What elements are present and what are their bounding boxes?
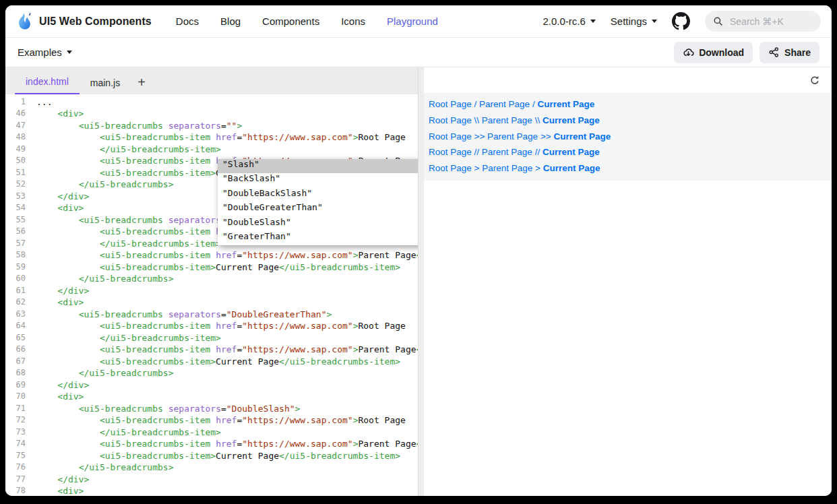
- autocomplete-option[interactable]: "DoubleBackSlash": [218, 188, 418, 202]
- share-nodes-icon: [768, 46, 780, 58]
- download-button[interactable]: Download: [674, 42, 753, 63]
- breadcrumb-link[interactable]: Parent Page: [482, 147, 532, 157]
- line-number: 75: [5, 451, 26, 463]
- breadcrumb-link[interactable]: Root Page: [429, 99, 472, 109]
- line-number: 62: [5, 297, 26, 309]
- line-number: 55: [5, 215, 26, 227]
- code-text: <ui5-breadcrumbs-item>Current Page</ui5-…: [36, 356, 400, 369]
- code-line[interactable]: 69 </div>: [5, 380, 418, 392]
- code-line[interactable]: 71 <ui5-breadcrumbs separators="DoubleSl…: [5, 404, 418, 416]
- autocomplete-option[interactable]: "DoubleGreaterThan": [218, 202, 418, 216]
- code-line[interactable]: 47 <ui5-breadcrumbs separators="">: [5, 121, 418, 133]
- breadcrumb-link[interactable]: Parent Page: [487, 131, 538, 141]
- code-line[interactable]: 65 </ui5-breadcrumbs-item>: [5, 333, 418, 345]
- chevron-down-icon: [590, 20, 596, 23]
- settings-dropdown[interactable]: Settings: [611, 15, 657, 27]
- breadcrumb-separator: //: [472, 147, 482, 157]
- code-line[interactable]: 49 </ui5-breadcrumbs-item>: [5, 144, 418, 156]
- code-text: <ui5-breadcrumbs separators="DoubleSlash…: [36, 404, 300, 416]
- autocomplete-dropdown: "Slash""BackSlash""DoubleBackSlash""Doub…: [218, 159, 418, 245]
- code-text: </ui5-breadcrumbs-item>: [36, 333, 221, 345]
- line-number: 50: [5, 156, 26, 168]
- breadcrumb-separator: >>: [472, 131, 487, 141]
- nav-docs[interactable]: Docs: [176, 15, 199, 27]
- version-dropdown[interactable]: 2.0.0-rc.6: [542, 15, 595, 27]
- nav-components[interactable]: Components: [262, 15, 319, 27]
- nav-blog[interactable]: Blog: [220, 15, 241, 27]
- code-line[interactable]: 73 </ui5-breadcrumbs-item>: [5, 427, 418, 439]
- code-line[interactable]: 46 <div>: [5, 108, 418, 121]
- code-line[interactable]: 63 <ui5-breadcrumbs separators="DoubleGr…: [5, 309, 418, 321]
- nav-playground[interactable]: Playground: [387, 15, 438, 27]
- line-number: 70: [5, 391, 26, 404]
- line-number: 51: [5, 168, 26, 180]
- line-number: 56: [5, 226, 26, 239]
- code-editor-pane: index.html main.js + 1...46 <div>47 <ui5…: [5, 67, 418, 496]
- code-line[interactable]: 59 <ui5-breadcrumbs-item>Current Page</u…: [5, 262, 418, 274]
- version-label: 2.0.0-rc.6: [542, 15, 585, 27]
- breadcrumb-row: Root Page > Parent Page > Current Page: [429, 160, 832, 177]
- breadcrumb-row: Root Page // Parent Page // Current Page: [429, 144, 832, 160]
- search-box[interactable]: [705, 11, 821, 32]
- line-number: 58: [5, 250, 26, 262]
- code-line[interactable]: 66 <ui5-breadcrumbs-item href="https://w…: [5, 344, 418, 356]
- breadcrumb-link[interactable]: Root Page: [429, 147, 472, 157]
- code-line[interactable]: 48 <ui5-breadcrumbs-item href="https://w…: [5, 132, 418, 144]
- code-line[interactable]: 78 <div>: [5, 486, 418, 496]
- code-line[interactable]: 77 </div>: [5, 474, 418, 486]
- code-line[interactable]: 72 <ui5-breadcrumbs-item href="https://w…: [5, 415, 418, 427]
- code-line[interactable]: 58 <ui5-breadcrumbs-item href="https://w…: [5, 250, 418, 262]
- settings-label: Settings: [611, 15, 647, 27]
- code-line[interactable]: 76 </ui5-breadcrumbs>: [5, 462, 418, 474]
- code-editor[interactable]: 1...46 <div>47 <ui5-breadcrumbs separato…: [5, 94, 418, 496]
- code-line[interactable]: 75 <ui5-breadcrumbs-item>Current Page</u…: [5, 451, 418, 463]
- code-line[interactable]: 68 </ui5-breadcrumbs>: [5, 368, 418, 380]
- refresh-icon[interactable]: [809, 74, 821, 86]
- breadcrumb-link[interactable]: Parent Page: [482, 115, 532, 125]
- breadcrumb-row: Root Page \\ Parent Page \\ Current Page: [429, 113, 832, 129]
- autocomplete-option[interactable]: "Slash": [218, 159, 418, 173]
- autocomplete-option[interactable]: "GreaterThan": [218, 231, 418, 245]
- share-button[interactable]: Share: [760, 42, 819, 63]
- tab-index-html[interactable]: index.html: [15, 69, 80, 94]
- line-number: 47: [5, 121, 26, 133]
- code-line[interactable]: 67 <ui5-breadcrumbs-item>Current Page</u…: [5, 356, 418, 369]
- breadcrumb-separator: /: [472, 99, 479, 109]
- breadcrumb-link[interactable]: Root Page: [429, 131, 472, 141]
- code-line[interactable]: 61 </div>: [5, 286, 418, 298]
- pane-divider[interactable]: [418, 67, 424, 496]
- tab-main-js[interactable]: main.js: [80, 71, 131, 94]
- preview-topbar: [424, 67, 832, 93]
- autocomplete-option[interactable]: "DoubleSlash": [218, 217, 418, 231]
- examples-dropdown[interactable]: Examples: [18, 46, 72, 58]
- code-text: <ui5-breadcrumbs separators="">: [36, 121, 242, 133]
- nav-icons[interactable]: Icons: [341, 15, 365, 27]
- code-line[interactable]: 70 <div>: [5, 391, 418, 404]
- add-tab-button[interactable]: +: [131, 71, 152, 94]
- search-input[interactable]: [728, 15, 805, 28]
- toolbar-actions: Download Share: [674, 42, 819, 63]
- code-line[interactable]: 1...: [5, 97, 418, 109]
- breadcrumb-link[interactable]: Root Page: [429, 115, 472, 125]
- code-text: <div>: [36, 391, 84, 404]
- code-text: <div>: [36, 297, 84, 309]
- code-text: <div>: [36, 203, 84, 215]
- header-right: 2.0.0-rc.6 Settings: [542, 11, 821, 32]
- playground-main: index.html main.js + 1...46 <div>47 <ui5…: [5, 67, 832, 496]
- search-icon: [713, 16, 723, 26]
- code-line[interactable]: 64 <ui5-breadcrumbs-item href="https://w…: [5, 321, 418, 333]
- breadcrumb-link[interactable]: Parent Page: [482, 163, 532, 173]
- brand[interactable]: UI5 Web Components: [16, 11, 152, 32]
- line-number: 53: [5, 191, 26, 203]
- breadcrumb-link[interactable]: Parent Page: [479, 99, 530, 109]
- breadcrumb-separator: >>: [538, 131, 553, 141]
- code-line[interactable]: 74 <ui5-breadcrumbs-item href="https://w…: [5, 439, 418, 451]
- github-icon[interactable]: [672, 12, 690, 30]
- code-line[interactable]: 60 </ui5-breadcrumbs>: [5, 274, 418, 286]
- ui5-flame-logo-icon: [16, 11, 34, 32]
- line-number: 49: [5, 144, 26, 156]
- breadcrumb-link[interactable]: Root Page: [429, 163, 472, 173]
- code-text: <ui5-breadcrumbs-item href="https://www.…: [36, 250, 418, 262]
- autocomplete-option[interactable]: "BackSlash": [218, 173, 418, 187]
- code-line[interactable]: 62 <div>: [5, 297, 418, 309]
